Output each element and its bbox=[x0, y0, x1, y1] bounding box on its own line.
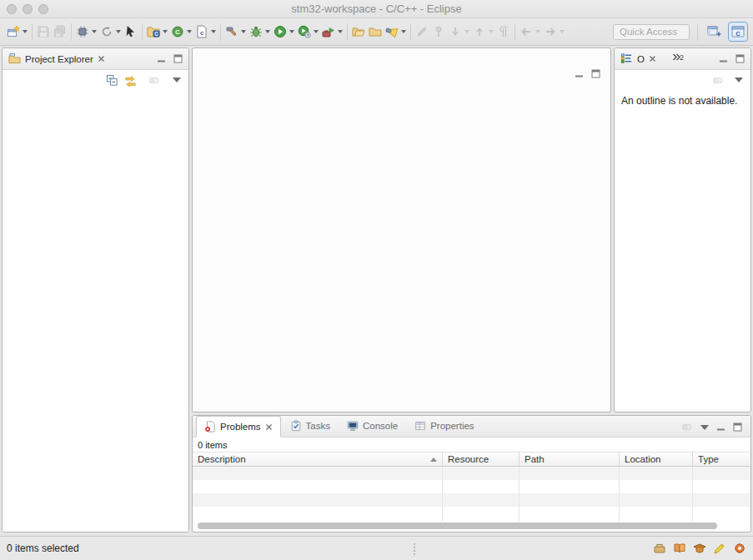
reset-target-button[interactable] bbox=[98, 21, 123, 42]
chevron-down-icon bbox=[23, 30, 28, 33]
chevron-down-icon bbox=[163, 30, 168, 33]
pencil-icon[interactable] bbox=[713, 542, 726, 555]
new-c-file-button[interactable]: c bbox=[193, 21, 218, 42]
target-button[interactable] bbox=[74, 21, 98, 42]
column-location[interactable]: Location bbox=[620, 452, 693, 466]
sash-drag-handle[interactable] bbox=[412, 542, 417, 556]
toolbar-separator bbox=[410, 23, 411, 41]
outline-panel: O 2 An outline is not available. bbox=[614, 48, 751, 412]
close-icon[interactable] bbox=[98, 55, 105, 62]
open-perspective-button[interactable] bbox=[705, 21, 723, 42]
pin-editor-button[interactable] bbox=[430, 21, 447, 42]
minimize-view-button[interactable] bbox=[716, 422, 725, 432]
quick-access-input[interactable] bbox=[613, 24, 690, 40]
scrollbar-thumb[interactable] bbox=[198, 522, 717, 529]
toolbar-right-group: C bbox=[613, 21, 748, 42]
selection-status: 0 items selected bbox=[7, 542, 79, 554]
column-type[interactable]: Type bbox=[693, 452, 750, 466]
table-row bbox=[193, 480, 750, 493]
tab-tasks[interactable]: Tasks bbox=[283, 415, 338, 437]
save-all-button[interactable] bbox=[52, 21, 68, 42]
external-tools-button[interactable] bbox=[320, 21, 344, 42]
chevron-down-icon bbox=[211, 30, 216, 33]
hidden-tabs-count: 2 bbox=[680, 53, 684, 65]
gear-icon[interactable] bbox=[733, 542, 746, 555]
new-c-project-button[interactable]: C bbox=[145, 21, 169, 42]
new-wizard-button[interactable] bbox=[5, 21, 29, 42]
forward-button[interactable] bbox=[542, 21, 566, 42]
view-menu-button[interactable] bbox=[173, 78, 181, 82]
console-icon bbox=[347, 420, 359, 432]
project-explorer-content bbox=[3, 90, 188, 532]
bottom-tab-row: Problems Tasks Console Properties bbox=[193, 416, 750, 438]
horizontal-scrollbar[interactable] bbox=[195, 522, 748, 530]
last-edit-location-button[interactable] bbox=[414, 21, 430, 42]
table-row bbox=[193, 493, 750, 507]
project-explorer-tab[interactable]: Project Explorer bbox=[25, 54, 93, 64]
chevron-down-icon bbox=[338, 30, 343, 33]
view-menu-button[interactable] bbox=[735, 78, 743, 82]
problems-table-body bbox=[193, 467, 750, 522]
focus-button[interactable] bbox=[680, 421, 693, 433]
maximize-view-button[interactable] bbox=[173, 54, 183, 63]
chevron-down-icon bbox=[314, 30, 319, 33]
open-folder-button[interactable] bbox=[350, 21, 367, 42]
toolbar-separator bbox=[515, 23, 515, 41]
column-path[interactable]: Path bbox=[520, 452, 620, 466]
toolbar-left-group: C C c bbox=[5, 21, 566, 42]
maximize-view-button[interactable] bbox=[733, 422, 742, 432]
outline-message: An outline is not available. bbox=[615, 90, 750, 112]
search-button[interactable] bbox=[384, 21, 408, 42]
close-icon[interactable] bbox=[265, 423, 273, 431]
view-menu-button[interactable] bbox=[700, 425, 709, 430]
svg-text:C: C bbox=[175, 28, 180, 36]
chevron-down-icon bbox=[560, 30, 565, 33]
tab-problems[interactable]: Problems bbox=[196, 416, 281, 438]
maximize-view-button[interactable] bbox=[735, 54, 745, 63]
maximize-editor-button[interactable] bbox=[591, 69, 600, 78]
folder-button[interactable] bbox=[367, 21, 384, 42]
build-button[interactable] bbox=[223, 21, 248, 42]
minimize-view-button[interactable] bbox=[719, 54, 728, 63]
tab-console[interactable]: Console bbox=[339, 415, 405, 437]
status-trim-icons bbox=[653, 542, 746, 555]
svg-text:C: C bbox=[735, 30, 740, 38]
pointer-button[interactable] bbox=[123, 21, 139, 42]
back-button[interactable] bbox=[518, 21, 542, 42]
next-annotation-button[interactable] bbox=[447, 21, 471, 42]
profile-button[interactable] bbox=[296, 21, 320, 42]
chevron-down-icon bbox=[289, 30, 294, 33]
graduation-cap-icon[interactable] bbox=[693, 542, 706, 555]
sort-ascending-icon bbox=[430, 458, 437, 462]
svg-text:C: C bbox=[154, 31, 158, 37]
chevron-down-icon bbox=[187, 30, 192, 33]
close-icon[interactable] bbox=[649, 55, 656, 62]
editor-area-panel bbox=[192, 48, 611, 412]
focus-button[interactable] bbox=[711, 74, 724, 87]
outline-tab[interactable]: O bbox=[637, 54, 645, 64]
properties-icon bbox=[414, 420, 426, 432]
show-whitespace-button[interactable] bbox=[495, 21, 512, 42]
title-bar: stm32-workspace - C/C++ - Eclipse bbox=[0, 0, 753, 18]
minimize-editor-button[interactable] bbox=[575, 69, 584, 78]
project-explorer-icon bbox=[8, 52, 21, 65]
collapse-all-button[interactable] bbox=[106, 74, 118, 87]
column-description[interactable]: Description bbox=[193, 452, 443, 466]
save-button[interactable] bbox=[35, 21, 52, 42]
minimize-view-button[interactable] bbox=[157, 54, 166, 63]
focus-button[interactable] bbox=[148, 74, 160, 87]
new-class-button[interactable]: C bbox=[169, 21, 193, 42]
more-tabs-chevron-icon[interactable]: 2 bbox=[672, 53, 684, 65]
run-button[interactable] bbox=[272, 21, 296, 42]
chevron-down-icon bbox=[535, 30, 540, 33]
book-icon[interactable] bbox=[673, 542, 686, 555]
previous-annotation-button[interactable] bbox=[471, 21, 495, 42]
tab-properties[interactable]: Properties bbox=[407, 415, 481, 437]
column-resource[interactable]: Resource bbox=[443, 452, 520, 466]
cpp-perspective-button[interactable]: C bbox=[728, 22, 748, 42]
debug-button[interactable] bbox=[248, 21, 272, 42]
link-with-editor-button[interactable] bbox=[124, 74, 137, 87]
chevron-down-icon bbox=[241, 30, 246, 33]
column-resource-label: Resource bbox=[448, 454, 489, 464]
toolbox-icon[interactable] bbox=[653, 542, 666, 555]
